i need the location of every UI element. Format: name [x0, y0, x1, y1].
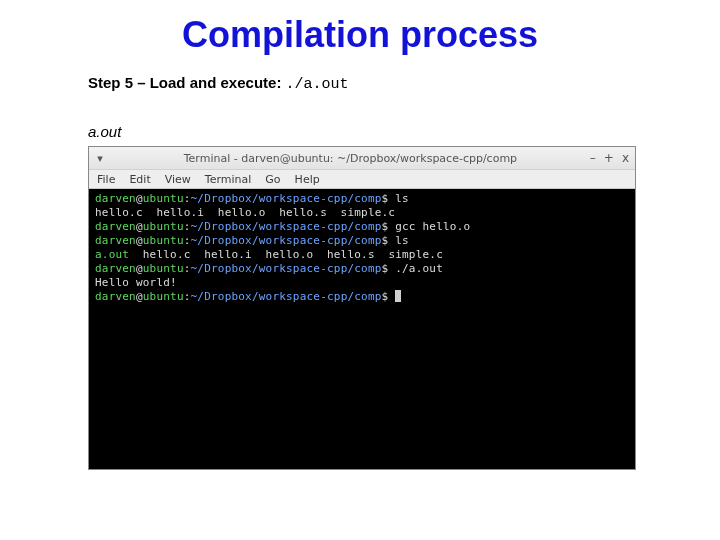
- terminal-menubar: File Edit View Terminal Go Help: [89, 169, 635, 189]
- prompt-at: @: [136, 290, 143, 303]
- prompt-colon: :: [184, 262, 191, 275]
- maximize-icon[interactable]: +: [604, 151, 614, 165]
- terminal-titlebar[interactable]: ▾ Terminal - darven@ubuntu: ~/Dropbox/wo…: [89, 147, 635, 169]
- cmd-gcc: gcc hello.o: [388, 220, 470, 233]
- prompt-host: ubuntu: [143, 192, 184, 205]
- ls-output-2: hello.c hello.i hello.o hello.s simple.c: [129, 248, 443, 261]
- window-controls: – + x: [590, 151, 629, 165]
- minimize-icon[interactable]: –: [590, 151, 596, 165]
- prompt-path: ~/Dropbox/workspace-cpp/comp: [191, 234, 382, 247]
- close-icon[interactable]: x: [622, 151, 629, 165]
- step-text: Step 5 – Load and execute:: [88, 74, 286, 91]
- prompt-host: ubuntu: [143, 234, 184, 247]
- menu-file[interactable]: File: [97, 173, 115, 186]
- prompt-host: ubuntu: [143, 220, 184, 233]
- step-command: ./a.out: [286, 76, 349, 93]
- cmd-empty: [388, 290, 395, 303]
- dropdown-icon[interactable]: ▾: [95, 153, 105, 163]
- prompt-at: @: [136, 262, 143, 275]
- prompt-path: ~/Dropbox/workspace-cpp/comp: [191, 262, 382, 275]
- prompt-at: @: [136, 234, 143, 247]
- step-line: Step 5 – Load and execute: ./a.out: [88, 74, 720, 93]
- menu-help[interactable]: Help: [295, 173, 320, 186]
- prompt-user: darven: [95, 192, 136, 205]
- terminal-body[interactable]: darven@ubuntu:~/Dropbox/workspace-cpp/co…: [89, 189, 635, 469]
- menu-view[interactable]: View: [165, 173, 191, 186]
- prompt-at: @: [136, 192, 143, 205]
- slide: Compilation process Step 5 – Load and ex…: [0, 0, 720, 540]
- cmd-ls: ls: [388, 192, 408, 205]
- prompt-colon: :: [184, 290, 191, 303]
- prompt-user: darven: [95, 220, 136, 233]
- prompt-path: ~/Dropbox/workspace-cpp/comp: [191, 192, 382, 205]
- program-output: Hello world!: [95, 276, 177, 289]
- prompt-colon: :: [184, 220, 191, 233]
- ls-output-1: hello.c hello.i hello.o hello.s simple.c: [95, 206, 395, 219]
- ls-aout: a.out: [95, 248, 129, 261]
- prompt-colon: :: [184, 234, 191, 247]
- prompt-host: ubuntu: [143, 290, 184, 303]
- cmd-ls-2: ls: [388, 234, 408, 247]
- window-title: Terminal - darven@ubuntu: ~/Dropbox/work…: [111, 152, 590, 165]
- prompt-path: ~/Dropbox/workspace-cpp/comp: [191, 290, 382, 303]
- caption: a.out: [88, 123, 720, 140]
- cmd-run: ./a.out: [388, 262, 443, 275]
- prompt-at: @: [136, 220, 143, 233]
- prompt-path: ~/Dropbox/workspace-cpp/comp: [191, 220, 382, 233]
- prompt-user: darven: [95, 234, 136, 247]
- menu-terminal[interactable]: Terminal: [205, 173, 252, 186]
- menu-edit[interactable]: Edit: [129, 173, 150, 186]
- prompt-user: darven: [95, 262, 136, 275]
- menu-go[interactable]: Go: [265, 173, 280, 186]
- cursor-icon: [395, 290, 401, 302]
- prompt-host: ubuntu: [143, 262, 184, 275]
- prompt-colon: :: [184, 192, 191, 205]
- slide-title: Compilation process: [0, 8, 720, 56]
- prompt-user: darven: [95, 290, 136, 303]
- terminal-window: ▾ Terminal - darven@ubuntu: ~/Dropbox/wo…: [88, 146, 636, 470]
